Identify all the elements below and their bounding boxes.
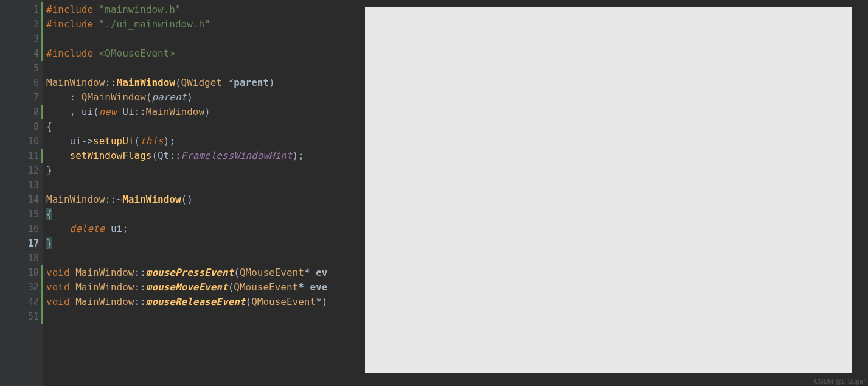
gutter-row: 4: [0, 46, 43, 61]
gutter-row: 10: [0, 134, 43, 149]
gutter-row: 15: [0, 207, 43, 222]
gutter-row: 18: [0, 251, 43, 265]
gutter-row: 2: [0, 17, 43, 32]
chevron-right-icon[interactable]: ▸: [32, 270, 39, 276]
frameless-window-preview[interactable]: [365, 7, 852, 373]
code-line[interactable]: void MainWindow::mouseMoveEvent(QMouseEv…: [46, 280, 365, 295]
code-line[interactable]: }: [46, 236, 365, 251]
code-line[interactable]: void MainWindow::mousePressEvent(QMouseE…: [46, 265, 365, 280]
gutter-row: 12: [0, 163, 43, 178]
gutter-row: 51: [0, 309, 43, 324]
code-area[interactable]: #include "mainwindow.h" #include "./ui_m…: [43, 0, 365, 386]
code-line[interactable]: : QMainWindow(parent): [46, 90, 365, 105]
chevron-down-icon[interactable]: ▾: [32, 109, 39, 116]
watermark: CSDN @L-Super: [814, 377, 866, 385]
gutter-row: 5: [0, 61, 43, 75]
gutter-row: 11: [0, 149, 43, 163]
gutter-row: 13: [0, 178, 43, 192]
code-editor[interactable]: 1 2 3 4 5 6 7 8▾ 9 10 11 12 13 14▾ 15 16…: [0, 0, 365, 386]
gutter-row: 47▸: [0, 295, 43, 309]
chevron-right-icon[interactable]: ▸: [32, 299, 39, 306]
code-line[interactable]: }: [46, 163, 365, 178]
code-line[interactable]: [46, 251, 365, 265]
gutter-row: 6: [0, 75, 43, 90]
gutter-row: 16: [0, 222, 43, 236]
chevron-down-icon[interactable]: ▾: [32, 197, 39, 203]
chevron-right-icon[interactable]: ▸: [32, 284, 39, 291]
code-line[interactable]: #include "./ui_mainwindow.h": [46, 17, 365, 32]
code-line[interactable]: #include <QMouseEvent>: [46, 46, 365, 61]
code-line[interactable]: [46, 309, 365, 324]
code-line[interactable]: void MainWindow::mouseReleaseEvent(QMous…: [46, 295, 365, 309]
gutter-row: 1: [0, 2, 43, 17]
gutter-row: 3: [0, 32, 43, 46]
gutter-row: 32▸: [0, 280, 43, 295]
code-line[interactable]: #include "mainwindow.h": [46, 2, 365, 17]
code-line[interactable]: {: [46, 207, 365, 222]
code-line[interactable]: , ui(new Ui::MainWindow): [46, 105, 365, 119]
code-line[interactable]: [46, 32, 365, 46]
code-line[interactable]: {: [46, 119, 365, 134]
code-line[interactable]: [46, 61, 365, 75]
gutter-row: 7: [0, 90, 43, 105]
code-line[interactable]: setWindowFlags(Qt::FramelessWindowHint);: [46, 149, 365, 163]
gutter-row: 17: [0, 236, 43, 251]
gutter-row: 9: [0, 119, 43, 134]
code-line[interactable]: MainWindow::MainWindow(QWidget *parent): [46, 75, 365, 90]
code-line[interactable]: ui->setupUi(this);: [46, 134, 365, 149]
gutter-row: 19▸: [0, 265, 43, 280]
gutter-row: 8▾: [0, 105, 43, 119]
gutter-row: 14▾: [0, 192, 43, 207]
code-line[interactable]: MainWindow::~MainWindow(): [46, 192, 365, 207]
code-line[interactable]: delete ui;: [46, 222, 365, 236]
gutter: 1 2 3 4 5 6 7 8▾ 9 10 11 12 13 14▾ 15 16…: [0, 0, 43, 386]
code-line[interactable]: [46, 178, 365, 192]
